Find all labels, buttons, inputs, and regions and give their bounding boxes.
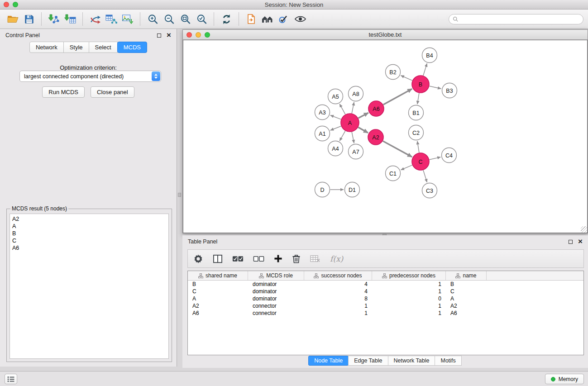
open-session-button[interactable] bbox=[5, 11, 21, 27]
column-header-predecessor-nodes[interactable]: predecessor nodes bbox=[372, 271, 446, 280]
show-graphics-details-button[interactable] bbox=[292, 11, 308, 27]
network-overview-button[interactable] bbox=[259, 11, 276, 27]
edge-C-C1[interactable] bbox=[401, 165, 412, 170]
table-row[interactable]: Adominator80A bbox=[188, 295, 583, 302]
resize-grip-icon[interactable] bbox=[581, 226, 587, 233]
node-A8[interactable]: A8 bbox=[349, 86, 363, 101]
node-A2[interactable]: A2 bbox=[368, 129, 383, 145]
node-D[interactable]: D bbox=[315, 182, 330, 197]
node-A3[interactable]: A3 bbox=[315, 105, 330, 120]
export-image-button[interactable] bbox=[120, 11, 136, 27]
search-field[interactable] bbox=[449, 14, 583, 24]
tab-edge-table[interactable]: Edge Table bbox=[348, 356, 388, 366]
edge-B-B1[interactable] bbox=[417, 93, 419, 104]
node-C1[interactable]: C1 bbox=[386, 166, 401, 181]
export-table-button[interactable] bbox=[103, 11, 120, 27]
import-network-button[interactable] bbox=[46, 11, 62, 27]
node-B[interactable]: B bbox=[412, 76, 429, 93]
add-column-button[interactable] bbox=[274, 254, 282, 263]
node-A6[interactable]: A6 bbox=[368, 101, 384, 116]
run-mcds-button[interactable]: Run MCDS bbox=[42, 86, 85, 98]
refresh-button[interactable] bbox=[218, 11, 234, 27]
tab-mcds[interactable]: MCDS bbox=[117, 42, 147, 53]
tab-node-table[interactable]: Node Table bbox=[308, 356, 349, 366]
column-selector-button[interactable] bbox=[213, 254, 223, 263]
table-row[interactable]: A6connector11A6 bbox=[188, 310, 583, 317]
column-header-name[interactable]: name bbox=[446, 271, 487, 280]
result-item[interactable]: A bbox=[12, 223, 166, 230]
edge-A-A1[interactable] bbox=[330, 126, 341, 130]
tab-network[interactable]: Network bbox=[29, 42, 64, 53]
column-header-successor-nodes[interactable]: successor nodes bbox=[304, 271, 372, 280]
edge-A-A5[interactable] bbox=[339, 104, 345, 114]
edge-B-B3[interactable] bbox=[430, 86, 441, 89]
edge-A2-C[interactable] bbox=[383, 141, 412, 157]
snapshot-button[interactable] bbox=[243, 11, 259, 27]
result-item[interactable]: C bbox=[12, 237, 166, 244]
first-neighbors-button[interactable] bbox=[276, 11, 292, 27]
node-C[interactable]: C bbox=[412, 153, 429, 170]
edge-A-A8[interactable] bbox=[352, 102, 354, 114]
zoom-fit-button[interactable] bbox=[177, 11, 193, 27]
delete-column-button[interactable] bbox=[292, 254, 301, 263]
edge-C-C3[interactable] bbox=[423, 170, 427, 182]
edge-A-A4[interactable] bbox=[339, 131, 345, 141]
result-item[interactable]: A2 bbox=[12, 215, 166, 223]
criterion-dropdown[interactable]: largest connected component (directed) bbox=[19, 71, 161, 82]
zoom-out-button[interactable] bbox=[161, 11, 177, 27]
zoom-selected-button[interactable] bbox=[193, 11, 210, 27]
function-builder-button[interactable]: f(x) bbox=[330, 254, 343, 263]
mcds-result-list[interactable]: A2ABCA6 bbox=[10, 214, 169, 359]
edge-C-C2[interactable] bbox=[417, 141, 419, 152]
node-B1[interactable]: B1 bbox=[409, 105, 424, 120]
status-menu-button[interactable] bbox=[5, 374, 17, 384]
tab-motifs[interactable]: Motifs bbox=[435, 356, 461, 366]
close-panel-button[interactable]: × bbox=[167, 33, 171, 38]
tab-style[interactable]: Style bbox=[63, 42, 89, 53]
node-A[interactable]: A bbox=[341, 114, 359, 132]
close-table-panel-button[interactable]: × bbox=[578, 239, 583, 244]
node-B3[interactable]: B3 bbox=[442, 83, 457, 98]
table-row[interactable]: A2connector11A2 bbox=[188, 302, 583, 310]
node-D1[interactable]: D1 bbox=[345, 182, 360, 197]
edge-B-B4[interactable] bbox=[423, 63, 427, 76]
delete-table-button[interactable] bbox=[310, 255, 320, 262]
import-table-button[interactable] bbox=[62, 11, 78, 27]
new-network-button[interactable] bbox=[87, 11, 103, 27]
edge-A-A2[interactable] bbox=[358, 127, 368, 133]
node-A1[interactable]: A1 bbox=[315, 126, 330, 141]
table-row[interactable]: Bdominator41B bbox=[188, 281, 583, 288]
node-B2[interactable]: B2 bbox=[386, 65, 401, 80]
node-A4[interactable]: A4 bbox=[328, 141, 343, 156]
edge-A-A6[interactable] bbox=[359, 113, 368, 118]
node-C4[interactable]: C4 bbox=[442, 148, 457, 163]
result-item[interactable]: B bbox=[12, 230, 166, 237]
edge-B-B2[interactable] bbox=[401, 76, 412, 81]
edge-A-A3[interactable] bbox=[330, 115, 341, 119]
select-all-button[interactable] bbox=[232, 255, 244, 262]
node-A7[interactable]: A7 bbox=[349, 144, 363, 159]
tab-network-table[interactable]: Network Table bbox=[388, 356, 435, 366]
table-row[interactable]: Cdominator41C bbox=[188, 288, 583, 295]
column-header-mcds-role[interactable]: MCDS role bbox=[248, 271, 304, 280]
memory-button[interactable]: Memory bbox=[545, 374, 584, 384]
search-input[interactable] bbox=[461, 16, 579, 22]
deselect-all-button[interactable] bbox=[253, 255, 264, 262]
node-C2[interactable]: C2 bbox=[409, 125, 424, 140]
float-panel-button[interactable] bbox=[157, 33, 161, 38]
node-B4[interactable]: B4 bbox=[422, 48, 437, 63]
edge-A6-B[interactable] bbox=[383, 89, 412, 105]
tab-select[interactable]: Select bbox=[89, 42, 118, 53]
close-panel-action-button[interactable]: Close panel bbox=[91, 86, 134, 98]
network-canvas[interactable]: B4B2BB3A5A8A6A3B1AC2A1A2A4A7C4CC1C3DD1 bbox=[183, 40, 588, 234]
vertical-splitter-handle[interactable] bbox=[178, 193, 181, 197]
node-A5[interactable]: A5 bbox=[328, 89, 343, 104]
table-settings-button[interactable] bbox=[193, 254, 203, 264]
column-header-shared-name[interactable]: shared name bbox=[188, 271, 248, 280]
result-item[interactable]: A6 bbox=[12, 244, 166, 252]
edge-C-C4[interactable] bbox=[430, 157, 441, 160]
edge-A-A7[interactable] bbox=[352, 132, 354, 143]
float-table-panel-button[interactable] bbox=[569, 240, 573, 244]
node-C3[interactable]: C3 bbox=[422, 183, 437, 198]
zoom-in-button[interactable] bbox=[144, 11, 161, 27]
